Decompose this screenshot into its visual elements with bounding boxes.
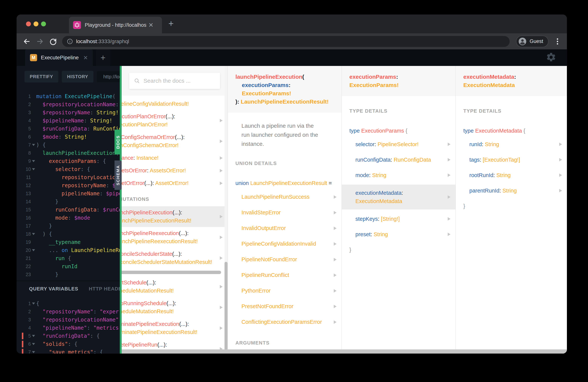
line-number: 11 xyxy=(26,175,31,180)
colon-token: : xyxy=(371,231,374,237)
code-text: $pipelineName: String! xyxy=(36,118,112,124)
doc-item-terminatepipelineexecution[interactable]: terminatePipelineExecution(...):Terminat… xyxy=(122,318,228,339)
forward-icon[interactable] xyxy=(36,37,44,45)
type-field-tags[interactable]: tags: [ExecutionTag!] xyxy=(456,154,567,166)
query-editor[interactable]: 1mutation ExecutePipeline(2 $repositoryL… xyxy=(17,92,120,278)
browser-tab[interactable]: Playground - http://localhost:3 ✕ xyxy=(69,17,162,33)
variables-editor[interactable]: 1{2 "repositoryName": "exper3 "repositor… xyxy=(17,299,120,354)
type-field-selector[interactable]: selector: PipelineSelector! xyxy=(342,138,455,150)
traffic-minimize-button[interactable] xyxy=(34,21,39,26)
fold-arrow-icon[interactable] xyxy=(32,144,35,146)
union-member-pipelineconfigvalidationinvalid[interactable]: PipelineConfigValidationInvalid xyxy=(228,238,341,250)
doc-item-executionplanorerror[interactable]: executionPlanOrError(...):ExecutionPlanO… xyxy=(122,110,228,131)
fold-arrow-icon[interactable] xyxy=(32,249,35,251)
new-tab-button[interactable]: + xyxy=(168,19,174,28)
tab-close-icon[interactable]: ✕ xyxy=(148,22,153,28)
fold-arrow-icon[interactable] xyxy=(32,302,35,305)
union-member-pipelinenotfounderror[interactable]: PipelineNotFoundError xyxy=(228,254,341,265)
token-fd: run xyxy=(55,255,65,261)
docs-search-input[interactable] xyxy=(144,78,215,84)
type-field-runid[interactable]: runId: String xyxy=(456,138,567,150)
type-field-executionmetadata[interactable]: executionMetadata:ExecutionMetadata xyxy=(342,185,455,210)
union-member-pipelinerunconflict[interactable]: PipelineRunConflict xyxy=(228,269,341,281)
profile-button[interactable]: Guest xyxy=(516,36,548,47)
doc-item-launchpipelinereexecution[interactable]: launchPipelineReexecution(...):LaunchPip… xyxy=(122,227,228,248)
tab-http-headers[interactable]: HTTP HEADERS xyxy=(89,286,120,292)
type-field-runconfigdata[interactable]: runConfigData: RunConfigData xyxy=(342,154,455,166)
type-field-mode[interactable]: mode: String xyxy=(342,169,455,181)
token-pu: : { xyxy=(93,349,103,354)
menu-kebab-icon[interactable] xyxy=(554,37,561,45)
token-red: executionParams xyxy=(349,74,396,80)
type-field-parentrunid[interactable]: parentRunId: String xyxy=(456,185,567,197)
site-info-icon[interactable] xyxy=(67,38,73,45)
line-gutter: 3 xyxy=(17,110,36,115)
doc-item[interactable]: PipelineConfigValidationResult! xyxy=(122,98,228,110)
type-field-rootrunid[interactable]: rootRunId: String xyxy=(456,169,567,181)
token-pl xyxy=(36,101,42,107)
doc-item-reconcileschedulerstate[interactable]: reconcileSchedulerState(...):ReconcileSc… xyxy=(122,248,228,268)
schema-side-tab[interactable]: SCHEMA xyxy=(114,161,122,190)
line-gutter: 6 xyxy=(17,341,36,347)
union-member-presetnotfounderror[interactable]: PresetNotFoundError xyxy=(228,300,341,312)
docs-horizontal-scrollbar[interactable] xyxy=(122,349,567,354)
colon-token: : xyxy=(188,321,189,327)
doc-item-startschedule[interactable]: startSchedule(...):ScheduleMutationResul… xyxy=(122,276,228,297)
docs-side-tab[interactable]: DOCS xyxy=(114,129,122,154)
line-gutter: 10 xyxy=(17,167,36,172)
code-text: "repositoryName": "exper xyxy=(36,309,119,315)
union-member-conflictingexecutionparamserror[interactable]: ConflictingExecutionParamsError xyxy=(228,316,341,328)
error-marker xyxy=(22,341,23,347)
token-pl xyxy=(36,207,55,213)
expand-arrow-icon xyxy=(220,169,223,172)
args-token: (...) xyxy=(179,230,187,236)
docs-inner-horizontal-scrollbar[interactable] xyxy=(122,271,221,274)
fold-arrow-icon[interactable] xyxy=(32,335,35,337)
docs-search-box[interactable] xyxy=(129,73,220,89)
token-kw: on xyxy=(62,247,68,253)
doc-item-runconfigschemaorerror[interactable]: runConfigSchemaOrError(...):RunConfigSch… xyxy=(122,131,228,152)
back-icon[interactable] xyxy=(22,37,31,45)
endpoint-input[interactable]: http://localhost:3333/graphql xyxy=(97,71,120,82)
fold-arrow-icon[interactable] xyxy=(32,168,35,170)
doc-item-stoprunningschedule[interactable]: stopRunningSchedule(...):ScheduleMutatio… xyxy=(122,297,228,318)
fold-slot xyxy=(31,350,36,354)
new-session-button[interactable]: + xyxy=(96,49,110,66)
fold-arrow-icon[interactable] xyxy=(32,233,35,235)
token-pl xyxy=(36,239,49,245)
fold-arrow-icon[interactable] xyxy=(32,343,35,345)
union-member-pythonerror[interactable]: PythonError xyxy=(228,285,341,297)
line-number: 4 xyxy=(28,325,31,331)
doc-item-instance[interactable]: instance: Instance! xyxy=(122,152,228,164)
doc-item-text: startSchedule(...): xyxy=(122,278,216,287)
code-line: 11 repositoryLocationName: $repositoryLo… xyxy=(17,173,120,181)
prettify-button[interactable]: PRETTIFY xyxy=(24,71,58,83)
code-line: 16 mode: $mode xyxy=(17,214,120,222)
type-field-preset[interactable]: preset: String xyxy=(342,228,455,240)
line-gutter: 9 xyxy=(17,158,36,164)
traffic-close-button[interactable] xyxy=(26,21,31,26)
doc-item-assetorerror[interactable]: assetOrError(...): AssetOrError! xyxy=(122,177,228,190)
error-marker xyxy=(22,349,23,354)
tab-query-variables[interactable]: QUERY VARIABLES xyxy=(29,286,78,292)
expand-arrow-icon xyxy=(220,156,223,160)
type-field-stepkeys[interactable]: stepKeys: [String!] xyxy=(342,213,455,225)
union-member-invalidoutputerror[interactable]: InvalidOutputError xyxy=(228,222,341,234)
line-gutter: 1 xyxy=(17,94,36,99)
fold-arrow-icon[interactable] xyxy=(32,351,35,353)
doc-item-launchpipelineexecution[interactable]: launchPipelineExecution(...):LaunchPipel… xyxy=(122,206,228,227)
docs-vertical-scrollbar-thumb[interactable] xyxy=(225,262,228,350)
union-member-invalidsteperror[interactable]: InvalidStepError xyxy=(228,207,341,218)
union-member-launchpipelinerunsuccess[interactable]: LaunchPipelineRunSuccess xyxy=(228,191,341,203)
settings-gear-icon[interactable] xyxy=(546,52,556,63)
session-close-icon[interactable]: ✕ xyxy=(83,54,88,61)
address-bar[interactable]: localhost:3333/graphql xyxy=(62,36,510,47)
reload-icon[interactable] xyxy=(49,37,57,45)
history-button[interactable]: HISTORY xyxy=(62,71,93,83)
code-text: selector: { xyxy=(36,166,90,172)
traffic-zoom-button[interactable] xyxy=(41,21,46,26)
fold-arrow-icon[interactable] xyxy=(32,160,35,162)
union-details-title: UNION DETAILS xyxy=(228,161,341,166)
session-tab-executepipeline[interactable]: M ExecutePipeline ✕ xyxy=(25,49,93,66)
doc-item-assetsorerror[interactable]: assetsOrError: AssetsOrError! xyxy=(122,164,228,177)
